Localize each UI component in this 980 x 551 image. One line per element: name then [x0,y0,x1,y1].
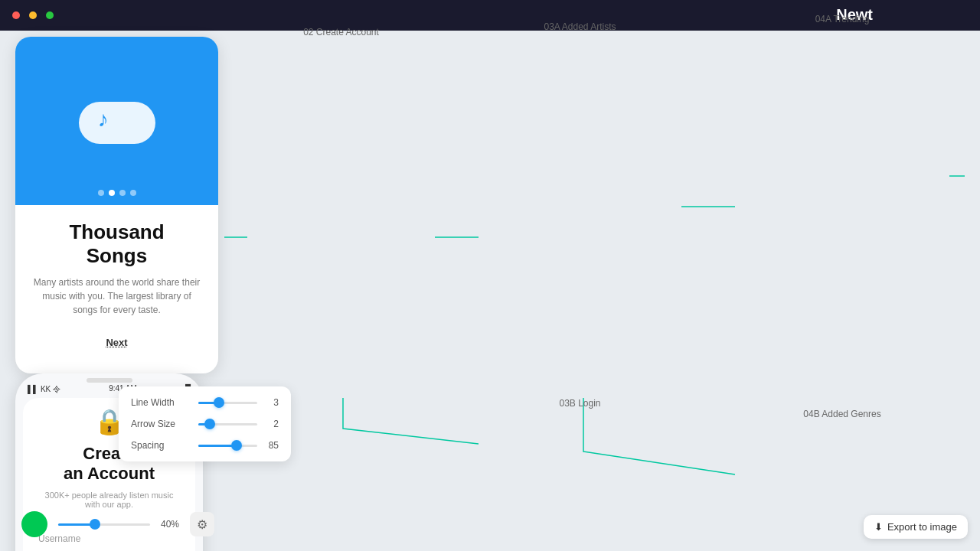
create-subtitle: 300K+ people already listen music with o… [38,491,180,509]
info-desc: Many artists around the world share thei… [31,276,203,317]
dot-3[interactable] [119,190,126,196]
spacing-slider[interactable] [198,445,257,447]
next-button-info[interactable]: Next [31,331,203,354]
panel-info: ♪ ThousandSongs Many artists around the … [15,37,218,373]
section-label-genres: 04B Added Genres [735,409,949,419]
controls-panel: Line Width 3 Arrow Size 2 Spacing 85 [119,386,291,461]
line-width-value: 3 [263,397,279,408]
section-label-trending: 04A Trending [735,14,949,24]
arrow-size-label: Arrow Size [131,419,192,429]
arrow-size-control: Arrow Size 2 [131,419,279,429]
zoom-value: 40% [161,519,179,530]
bottom-bar: 40% ⚙ [21,511,214,537]
export-button[interactable]: ⬇ Export to image [864,515,968,539]
spacing-control: Spacing 85 [131,440,279,451]
arrow-size-slider[interactable] [198,423,257,425]
dot-1[interactable] [98,190,104,196]
spacing-value: 85 [263,440,279,451]
gear-icon: ⚙ [197,517,207,532]
cloud-icon: ♪ [71,90,163,152]
section-label-artists: 03A Added Artists [479,21,681,32]
spacing-label: Spacing [131,440,192,451]
export-icon: ⬇ [874,521,883,533]
export-label: Export to image [887,521,957,533]
dot-2[interactable] [109,190,115,196]
info-title: ThousandSongs [31,220,203,268]
section-label-create: 02 Create Account [247,27,435,37]
info-hero: ♪ [15,37,218,205]
signal-icons: ▌▌ KK 令 [28,384,60,395]
color-picker[interactable] [21,511,47,537]
color-slider[interactable] [58,523,150,526]
settings-button[interactable]: ⚙ [190,512,214,536]
line-width-control: Line Width 3 [131,397,279,408]
phone-notch [87,378,132,383]
line-width-slider[interactable] [198,402,257,404]
section-label-login: 03B Login [479,398,681,409]
carousel-dots [98,190,136,196]
arrow-size-value: 2 [263,419,279,429]
line-width-label: Line Width [131,397,192,408]
music-note: ♪ [98,107,109,132]
dot-4[interactable] [130,190,136,196]
next-label: Next [106,337,127,348]
